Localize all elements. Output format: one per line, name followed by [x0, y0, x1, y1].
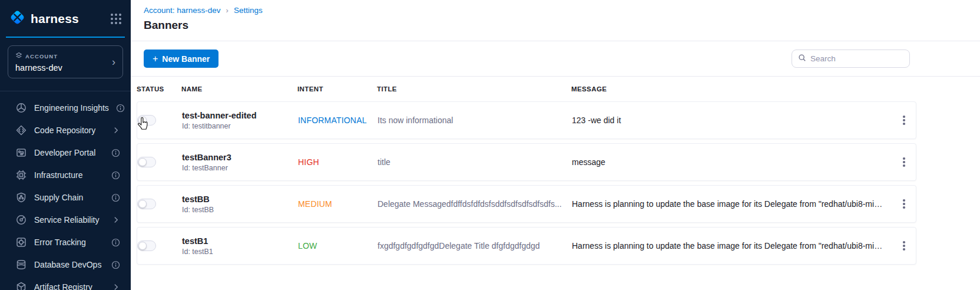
sidebar-item-code-repository[interactable]: Code Repository [0, 119, 131, 141]
banners-table: STATUS NAME INTENT TITLE MESSAGE test-ba… [137, 77, 916, 265]
banner-name: testB1 [182, 236, 298, 246]
developer-portal-icon [15, 147, 27, 159]
sidebar-item-error-tracking[interactable]: Error Tracking [0, 231, 131, 253]
info-icon[interactable] [111, 238, 120, 247]
sidebar-item-service-reliability[interactable]: Service Reliability [0, 209, 131, 231]
column-header-message: MESSAGE [571, 85, 893, 93]
sidebar-item-label: Supply Chain [34, 193, 83, 202]
banner-id: Id: testBanner [182, 164, 298, 172]
row-menu-button[interactable] [899, 112, 909, 128]
chevron-right-icon: › [112, 57, 115, 67]
sidebar-item-label: Developer Portal [34, 148, 95, 157]
table-body: test-banner-edited Id: testitbanner INFO… [137, 101, 916, 265]
page-header: Account: harness-dev › Settings Banners [131, 0, 980, 41]
accent-divider [6, 37, 125, 38]
info-icon[interactable] [111, 193, 120, 202]
code-repository-icon [15, 124, 27, 136]
row-menu-button[interactable] [899, 238, 909, 254]
banner-title: title [378, 157, 572, 167]
new-banner-button[interactable]: + New Banner [144, 50, 218, 68]
account-selector[interactable]: ACCOUNT harness-dev › [8, 45, 123, 78]
sidebar-item-label: Service Reliability [34, 215, 99, 225]
banner-message: Harness is planning to update the base i… [572, 199, 892, 209]
breadcrumb-account-link[interactable]: Account: harness-dev [144, 6, 221, 15]
layers-icon [15, 51, 22, 61]
apps-grid-icon[interactable] [111, 14, 121, 24]
new-banner-label: New Banner [162, 54, 210, 64]
banner-id: Id: testitbanner [182, 122, 298, 130]
harness-logo-icon [9, 9, 26, 28]
banner-id: Id: testB1 [182, 248, 298, 256]
column-header-name: NAME [181, 85, 297, 93]
toolbar: + New Banner [131, 41, 980, 77]
status-toggle[interactable] [137, 199, 156, 209]
database-devops-icon [15, 259, 27, 271]
sidebar-item-developer-portal[interactable]: Developer Portal [0, 141, 131, 164]
intent-badge: HIGH [298, 157, 319, 167]
search-box [792, 50, 910, 68]
sidebar-item-infrastructure[interactable]: Infrastructure [0, 164, 131, 186]
sidebar-item-artifact-registry[interactable]: Artifact Registry [0, 276, 131, 290]
column-header-intent: INTENT [297, 85, 377, 93]
status-toggle[interactable] [137, 115, 156, 126]
sidebar-item-label: Error Tracking [34, 238, 86, 247]
banner-id: Id: testBB [182, 206, 298, 214]
service-reliability-icon [15, 214, 27, 226]
harness-logo[interactable]: harness [9, 9, 79, 28]
infrastructure-icon [15, 169, 27, 181]
info-icon[interactable] [111, 149, 120, 157]
sidebar-item-label: Infrastructure [34, 170, 82, 180]
row-menu-button[interactable] [899, 154, 909, 170]
column-header-status: STATUS [137, 85, 181, 93]
breadcrumb-separator-icon: › [226, 6, 229, 15]
info-icon[interactable] [116, 104, 125, 113]
main-content: Account: harness-dev › Settings Banners … [131, 0, 980, 290]
search-input[interactable] [810, 54, 903, 63]
banner-message: 123 -we did it [572, 116, 892, 125]
account-name: harness-dev [15, 63, 62, 72]
plus-icon: + [153, 54, 158, 64]
info-icon[interactable] [111, 171, 120, 180]
info-icon[interactable] [111, 261, 120, 269]
banner-title: Its now informational [378, 116, 572, 125]
sidebar-item-label: Engineering Insights [34, 103, 109, 113]
supply-chain-icon [15, 192, 27, 203]
engineering-insights-icon [15, 102, 27, 114]
breadcrumb-settings-link[interactable]: Settings [234, 6, 263, 15]
table-row: testBB Id: testBB MEDIUM Delegate Messag… [137, 185, 916, 223]
search-icon [798, 54, 806, 64]
banner-name: testBanner3 [182, 153, 298, 162]
table-header-row: STATUS NAME INTENT TITLE MESSAGE [137, 77, 916, 101]
banner-title: fxgdfgdfgdfgdfgdDelegate Title dfgfdgdfg… [378, 241, 572, 251]
chevron-right-icon[interactable] [112, 216, 120, 224]
column-header-title: TITLE [377, 85, 571, 93]
table-row: testBanner3 Id: testBanner HIGH title me… [137, 143, 916, 181]
account-label: ACCOUNT [25, 53, 58, 60]
banner-message: Harness is planning to update the base i… [572, 241, 892, 251]
table-row: testB1 Id: testB1 LOW fxgdfgdfgdfgdfgdDe… [137, 227, 916, 265]
sidebar-item-supply-chain[interactable]: Supply Chain [0, 186, 131, 209]
sidebar-item-label: Code Repository [34, 126, 95, 135]
sidebar-item-engineering-insights[interactable]: Engineering Insights [0, 97, 131, 119]
sidebar-item-label: Artifact Registry [34, 282, 92, 290]
banner-name: test-banner-edited [182, 111, 298, 120]
app-title: harness [31, 12, 79, 26]
status-toggle[interactable] [137, 157, 156, 167]
sidebar-menu: Engineering Insights Code Repository Dev… [0, 91, 131, 290]
page-title: Banners [144, 19, 968, 32]
intent-badge: MEDIUM [298, 199, 332, 209]
app-root: harness ACCOUNT harness-dev › [0, 0, 980, 290]
sidebar-item-label: Database DevOps [34, 260, 101, 269]
sidebar-header: harness [0, 0, 131, 28]
chevron-right-icon[interactable] [112, 126, 120, 134]
status-toggle[interactable] [137, 240, 156, 251]
sidebar: harness ACCOUNT harness-dev › [0, 0, 131, 290]
chevron-right-icon[interactable] [112, 283, 120, 290]
banner-name: testBB [182, 195, 298, 204]
row-menu-button[interactable] [899, 196, 909, 212]
sidebar-item-database-devops[interactable]: Database DevOps [0, 253, 131, 276]
breadcrumb: Account: harness-dev › Settings [144, 6, 968, 15]
intent-badge: LOW [298, 241, 317, 251]
banner-title: Delegate Messagedfdffdsfdfdsfsddfsdfsdfs… [378, 199, 572, 209]
artifact-registry-icon [15, 281, 27, 290]
